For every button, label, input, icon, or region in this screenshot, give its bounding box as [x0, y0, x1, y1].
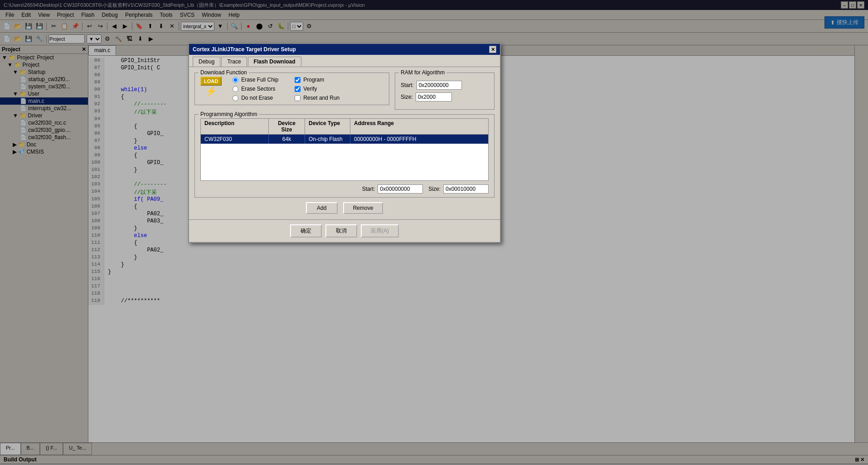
- alg-size-label: Size:: [428, 186, 441, 192]
- checkbox-reset-and-run-label: Reset and Run: [303, 95, 339, 101]
- dialog-title-bar: Cortex JLink/JTrace Target Driver Setup …: [189, 44, 500, 55]
- dialog: Cortex JLink/JTrace Target Driver Setup …: [188, 43, 501, 243]
- ram-size-group: Size:: [401, 92, 462, 102]
- ram-start-input[interactable]: [417, 81, 462, 90]
- table-header: Description Device Size Device Type Addr…: [201, 119, 488, 135]
- row-device-size: 64k: [269, 135, 305, 144]
- dialog-close-button[interactable]: ✕: [489, 46, 496, 53]
- radio-do-not-erase-input[interactable]: [233, 95, 238, 101]
- dialog-body: Download Function LOAD ⚡ Erase Full Chip: [189, 67, 500, 219]
- checkbox-verify-input[interactable]: [295, 86, 301, 92]
- ram-algorithm-label: RAM for Algorithm: [399, 69, 446, 76]
- alg-size-group: Size:: [428, 184, 489, 194]
- checkbox-reset-and-run-input[interactable]: [295, 95, 301, 101]
- alg-bottom-fields: Start: Size:: [200, 184, 489, 194]
- radio-group: Erase Full Chip Erase Sectors Do not Era…: [233, 77, 278, 101]
- alg-start-label: Start:: [362, 186, 375, 192]
- apply-button[interactable]: 应用(A): [361, 224, 399, 237]
- col-description: Description: [201, 119, 269, 134]
- dialog-title-text: Cortex JLink/JTrace Target Driver Setup: [193, 46, 296, 53]
- checkbox-program[interactable]: Program: [295, 77, 339, 83]
- download-function-group: Download Function LOAD ⚡ Erase Full Chip: [194, 73, 389, 105]
- row-device-type: On-chip Flash: [305, 135, 350, 144]
- ok-button[interactable]: 确定: [290, 224, 322, 237]
- checkbox-group: Program Verify Reset and Run: [295, 77, 339, 101]
- row-description: CW32F030: [201, 135, 269, 144]
- download-function-label: Download Function: [199, 69, 249, 76]
- dialog-tab-flash-download[interactable]: Flash Download: [248, 57, 301, 67]
- checkbox-program-label: Program: [303, 77, 324, 83]
- alg-size-input[interactable]: [443, 184, 489, 194]
- radio-erase-full-chip-input[interactable]: [233, 77, 238, 83]
- add-remove-buttons: Add Remove: [194, 202, 495, 214]
- radio-do-not-erase[interactable]: Do not Erase: [233, 95, 278, 101]
- ram-size-label: Size:: [401, 94, 413, 100]
- table-empty-space: [201, 144, 488, 180]
- radio-erase-full-chip-label: Erase Full Chip: [241, 77, 278, 83]
- ram-start-group: Start:: [401, 81, 462, 90]
- algorithm-table: Description Device Size Device Type Addr…: [200, 118, 489, 181]
- ram-algorithm-group: RAM for Algorithm Start: Size:: [395, 73, 495, 110]
- radio-erase-sectors[interactable]: Erase Sectors: [233, 86, 278, 92]
- remove-button[interactable]: Remove: [343, 202, 383, 214]
- radio-erase-sectors-label: Erase Sectors: [241, 86, 275, 92]
- checkbox-verify[interactable]: Verify: [295, 86, 339, 92]
- alg-start-input[interactable]: [378, 184, 423, 194]
- dialog-footer-buttons: 确定 取消 应用(A): [189, 219, 500, 242]
- load-icon-text: LOAD: [200, 77, 222, 86]
- dialog-tab-trace[interactable]: Trace: [221, 57, 247, 67]
- cancel-button[interactable]: 取消: [325, 224, 357, 237]
- load-icon-symbol: ⚡: [205, 86, 217, 97]
- checkbox-program-input[interactable]: [295, 77, 301, 83]
- add-button[interactable]: Add: [306, 202, 338, 214]
- col-address-range: Address Range: [350, 119, 488, 134]
- table-row-cw32f030[interactable]: CW32F030 64k On-chip Flash 00000000H - 0…: [201, 135, 488, 144]
- dialog-tab-bar: Debug Trace Flash Download: [189, 55, 500, 67]
- row-address-range: 00000000H - 0000FFFFH: [350, 135, 488, 144]
- col-device-type: Device Type: [305, 119, 350, 134]
- top-row: Download Function LOAD ⚡ Erase Full Chip: [194, 73, 495, 110]
- ram-fields: Start: Size:: [401, 81, 462, 102]
- checkbox-verify-label: Verify: [303, 86, 317, 92]
- radio-do-not-erase-label: Do not Erase: [241, 95, 273, 101]
- ram-size-input[interactable]: [416, 92, 452, 102]
- load-icon-container: LOAD ⚡: [200, 77, 222, 97]
- programming-algorithm-group: Programming Algorithm Description Device…: [194, 114, 495, 198]
- radio-erase-full-chip[interactable]: Erase Full Chip: [233, 77, 278, 83]
- programming-algorithm-label: Programming Algorithm: [199, 111, 259, 117]
- ram-start-label: Start:: [401, 82, 414, 88]
- download-func-content: LOAD ⚡ Erase Full Chip Erase Sectors: [200, 77, 383, 101]
- dialog-tab-debug[interactable]: Debug: [193, 57, 220, 67]
- checkbox-reset-and-run[interactable]: Reset and Run: [295, 95, 339, 101]
- col-device-size: Device Size: [269, 119, 305, 134]
- radio-erase-sectors-input[interactable]: [233, 86, 238, 92]
- alg-start-group: Start:: [362, 184, 423, 194]
